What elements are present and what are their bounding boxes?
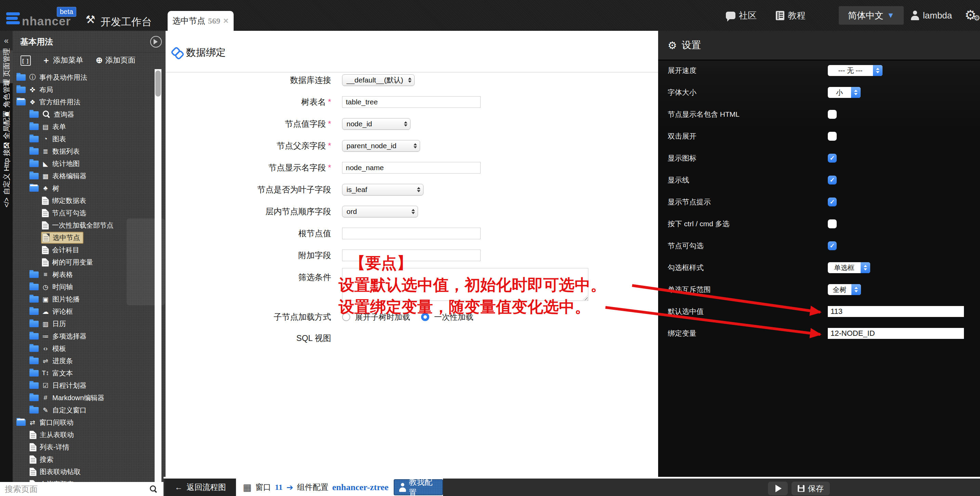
show-tooltip-checkbox[interactable] — [828, 198, 837, 206]
save-button[interactable]: 保存 — [792, 482, 830, 495]
tree-item[interactable]: 绑定数据表 — [13, 195, 165, 207]
tree-item[interactable]: ▣图片轮播 — [13, 293, 165, 305]
dblclick-expand-checkbox[interactable] — [828, 132, 837, 141]
pie-chart-icon: ◔ — [42, 135, 49, 143]
tree-item[interactable]: ☑日程计划器 — [13, 379, 165, 392]
scrollbar-thumb[interactable] — [155, 70, 161, 97]
tree-item[interactable]: ▥日历 — [13, 317, 165, 330]
tree-item[interactable]: ❖官方组件用法 — [13, 96, 165, 108]
setting-html-name: 节点显示名包含 HTML — [668, 108, 972, 121]
font-size-select[interactable]: 小 — [828, 87, 861, 98]
teach-me-button[interactable]: 教我配置 — [394, 479, 443, 495]
tree-item[interactable]: 树的可用变量 — [13, 256, 165, 268]
tree-item[interactable]: #Markdown编辑器 — [13, 392, 165, 404]
community-link[interactable]: 社区 — [726, 0, 757, 31]
open-folder-icon — [16, 99, 25, 105]
order-select[interactable]: ord — [342, 206, 418, 217]
tree-item[interactable]: T↕富文本 — [13, 367, 165, 379]
settings-gears-button[interactable]: ⚙⚙ — [965, 8, 976, 22]
run-preview-button[interactable] — [150, 36, 162, 48]
tree-item[interactable]: ⇌进度条 — [13, 355, 165, 367]
search-icon[interactable] — [150, 485, 156, 491]
chevron-down-icon: ▼ — [887, 11, 894, 20]
setting-show-lines: 显示线 — [668, 174, 972, 186]
nav-custom-http-api[interactable]: </>自定义 Http 接口 — [0, 146, 13, 203]
tab-close-icon[interactable]: ✕ — [223, 17, 229, 25]
tree-item[interactable]: 列表-详情 — [13, 441, 165, 453]
nav-page-management[interactable]: ≣页面管理 — [0, 50, 13, 83]
gear-icon: ⚙ — [668, 39, 677, 51]
checkbox-style-select[interactable]: 单选框 — [828, 262, 870, 273]
tree-item[interactable]: 会计科目 — [13, 244, 165, 256]
schedule-icon: ☑ — [42, 382, 49, 389]
expand-all-icon[interactable]: [ ] — [21, 56, 31, 66]
show-icons-checkbox[interactable] — [828, 154, 837, 163]
tree-item[interactable]: ‹›模板 — [13, 342, 165, 355]
tab-selected-node[interactable]: 选中节点 569 ✕ — [168, 11, 234, 31]
nav-role-management[interactable]: ☻角色管理 — [0, 83, 13, 113]
tree-item[interactable]: ◷时间轴 — [13, 281, 165, 293]
tree-table-input[interactable] — [342, 96, 480, 108]
back-to-flow-button[interactable]: ← 返回流程图 — [165, 478, 235, 496]
tree-item-selected[interactable]: 选中节点 — [13, 231, 165, 244]
folder-icon — [29, 382, 39, 389]
tutorials-link[interactable]: 教程 — [776, 0, 805, 31]
form-row-db-connection: 数据库连接 __default__(默认) — [165, 74, 658, 86]
language-select[interactable]: 简体中文 ▼ — [839, 6, 904, 25]
node-value-select[interactable]: node_id — [342, 118, 410, 130]
collapse-sidebar-button[interactable]: « — [0, 31, 13, 50]
comment-icon: ☁ — [42, 308, 49, 316]
select-stepper-icon — [873, 65, 883, 76]
tree-item[interactable]: ≡树表格 — [13, 268, 165, 281]
node-name-input[interactable] — [342, 162, 480, 174]
tree-item[interactable]: ☁评论框 — [13, 305, 165, 317]
tree-item[interactable]: 查询器 — [13, 108, 165, 121]
db-connection-select[interactable]: __default__(默认) — [342, 74, 415, 86]
document-icon — [42, 233, 49, 242]
tree-item[interactable]: 一次性加载全部节点 — [13, 219, 165, 231]
tree-item[interactable]: ✎自定义窗口 — [13, 404, 165, 416]
select-stepper-icon — [851, 87, 861, 98]
tree-item[interactable]: ▤表单 — [13, 121, 165, 133]
add-page-button[interactable]: ⊕添加页面 — [96, 56, 135, 65]
component-link[interactable]: enhancer-ztree — [332, 482, 388, 493]
expand-speed-select[interactable]: --- 无 --- — [828, 65, 883, 76]
nav-global-config[interactable]: ⚒全局配置 — [0, 114, 13, 145]
tree-item[interactable]: ♣树 — [13, 182, 165, 195]
tree-item[interactable]: 搜索 — [13, 453, 165, 466]
folder-icon — [29, 271, 39, 278]
setting-expand-speed: 展开速度 --- 无 --- — [668, 64, 972, 77]
setting-checkbox-style: 勾选框样式 单选框 — [668, 262, 972, 274]
tree-item[interactable]: 节点可勾选 — [13, 207, 165, 219]
html-name-checkbox[interactable] — [828, 110, 837, 119]
checkable-checkbox[interactable] — [828, 241, 837, 250]
window-number-link[interactable]: 11 — [275, 483, 283, 492]
run-button[interactable] — [768, 482, 788, 495]
show-lines-checkbox[interactable] — [828, 175, 837, 185]
radio-scope-select[interactable]: 全树 — [828, 284, 861, 295]
tree-item[interactable]: ◔图表 — [13, 133, 165, 145]
add-menu-button[interactable]: ＋添加菜单 — [42, 56, 83, 65]
tree-item[interactable]: ⓘ事件及动作用法 — [13, 71, 165, 83]
default-selected-input[interactable] — [828, 306, 964, 317]
sidebar-scrollbar[interactable] — [154, 69, 161, 496]
document-icon — [29, 443, 37, 451]
tree-item[interactable]: ◣统计地图 — [13, 158, 165, 170]
tree-item[interactable]: ⇄窗口间联动 — [13, 416, 165, 429]
tree-item[interactable]: 主从表联动 — [13, 429, 165, 441]
rich-text-icon: T↕ — [42, 369, 49, 377]
tree-item[interactable]: ≔多项选择器 — [13, 330, 165, 342]
folder-icon — [29, 173, 39, 179]
tree-item[interactable]: ✜布局 — [13, 83, 165, 96]
tree-item[interactable]: ≣数据列表 — [13, 145, 165, 158]
is-leaf-select[interactable]: is_leaf — [342, 184, 423, 195]
bound-variable-input[interactable] — [828, 328, 964, 339]
tree-item[interactable]: ▦表格编辑器 — [13, 170, 165, 182]
ctrl-multiselect-checkbox[interactable] — [828, 219, 837, 228]
root-value-input[interactable] — [342, 228, 480, 239]
parent-node-select[interactable]: parent_node_id — [342, 140, 420, 152]
document-icon — [42, 246, 49, 254]
user-menu[interactable]: lambda — [910, 0, 952, 31]
search-input[interactable] — [0, 484, 149, 494]
tree-item[interactable]: 图表联动钻取 — [13, 466, 165, 478]
